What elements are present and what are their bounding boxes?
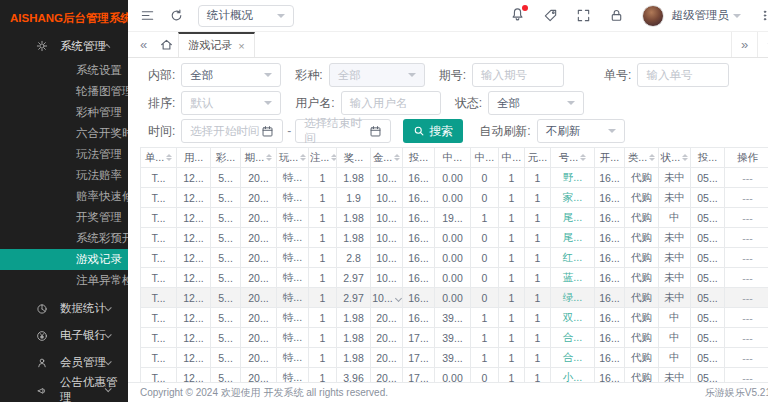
internal-select[interactable]: 全部 <box>181 63 281 87</box>
table-cell: 1 <box>309 328 337 348</box>
sidebar-item[interactable]: 玩法管理 <box>0 144 128 165</box>
column-header[interactable]: 期... <box>241 148 277 168</box>
sidebar-item[interactable]: 系统彩预开奖 <box>0 228 128 249</box>
tabs-scroll-right-button[interactable]: » <box>731 32 757 57</box>
table-cell: 16... <box>595 288 625 308</box>
table-row[interactable]: T...12...5...20...特...11.9820...17...39.… <box>141 348 768 368</box>
column-header[interactable]: 玩... <box>277 148 309 168</box>
table-cell: 39... <box>435 328 471 348</box>
table-cell: 16... <box>595 248 625 268</box>
fullscreen-icon[interactable] <box>576 8 591 23</box>
status-select[interactable]: 全部 <box>488 91 584 115</box>
table-cell[interactable]: 蓝... <box>551 268 595 288</box>
table-cell: 1.98 <box>337 348 371 368</box>
table-cell[interactable]: 双... <box>551 308 595 328</box>
table-cell[interactable]: 合... <box>551 328 595 348</box>
order-input[interactable]: 输入单号 <box>637 63 729 87</box>
table-cell[interactable]: 红... <box>551 248 595 268</box>
cell-dropdown-icon[interactable] <box>395 295 402 302</box>
table-cell: 5... <box>211 228 241 248</box>
column-header[interactable]: 号... <box>551 148 595 168</box>
sidebar-item[interactable]: 赔率快速修改 <box>0 186 128 207</box>
lottery-select[interactable]: 全部 <box>329 63 425 87</box>
table-row[interactable]: T...12...5...20...特...12.9710...16...0.0… <box>141 288 768 308</box>
sidebar-group-statistics[interactable]: 数据统计 <box>0 295 128 322</box>
issue-input[interactable]: 输入期号 <box>472 63 564 87</box>
table-row[interactable]: T...12...5...20...特...12.810...16...0.00… <box>141 248 768 268</box>
sidebar-item[interactable]: 注单异常检测 <box>0 270 128 291</box>
table-cell[interactable]: 合... <box>551 348 595 368</box>
sort-select[interactable]: 默认 <box>181 91 281 115</box>
sidebar-group-system[interactable]: 系统管理 <box>0 34 128 58</box>
sidebar-item[interactable]: 六合开奖时间管理 <box>0 123 128 144</box>
table-cell[interactable]: 绿... <box>551 288 595 308</box>
user-menu[interactable]: 超级管理员 <box>672 8 742 23</box>
table-cell: T... <box>141 188 177 208</box>
sidebar-item[interactable]: 玩法赔率 <box>0 165 128 186</box>
table-row[interactable]: T...12...5...20...特...11.9810...16...19.… <box>141 208 768 228</box>
end-time-input[interactable]: 选择结束时间 <box>295 119 391 143</box>
table-cell: 未中 <box>659 288 691 308</box>
sidebar-group-bank[interactable]: 电子银行 <box>0 322 128 349</box>
tab-close-icon[interactable]: × <box>238 40 244 52</box>
table-cell: 05... <box>691 268 725 288</box>
table-cell: 20... <box>241 368 277 383</box>
sidebar-item[interactable]: 轮播图管理 <box>0 81 128 102</box>
table-cell[interactable]: 尾... <box>551 228 595 248</box>
table-row[interactable]: T...12...5...20...特...11.9820...17...39.… <box>141 328 768 348</box>
table-row[interactable]: T...12...5...20...特...11.9810...16...0.0… <box>141 168 768 188</box>
table-cell: 16... <box>403 288 435 308</box>
search-button[interactable]: 搜索 <box>403 119 463 143</box>
tabs-menu-button[interactable] <box>757 32 768 57</box>
sidebar-item[interactable]: 系统设置 <box>0 60 128 81</box>
table-row[interactable]: T...12...5...20...特...13.9620...17...0.0… <box>141 368 768 383</box>
table-cell: T... <box>141 208 177 228</box>
time-separator: - <box>287 124 291 138</box>
username-input[interactable]: 输入用户名 <box>341 91 441 115</box>
column-header[interactable]: 状... <box>659 148 691 168</box>
column-header[interactable]: 金... <box>371 148 403 168</box>
table-row[interactable]: T...12...5...20...特...11.9810...16...0.0… <box>141 228 768 248</box>
nav-select[interactable]: 统计概况 <box>198 5 294 27</box>
table-cell: 1 <box>309 168 337 188</box>
table-cell[interactable]: 野... <box>551 168 595 188</box>
table-cell[interactable]: 小... <box>551 368 595 383</box>
tabs-scroll-left-button[interactable]: « <box>140 32 147 57</box>
column-header: 奖... <box>337 148 371 168</box>
table-cell[interactable]: 尾... <box>551 208 595 228</box>
table-cell: 1 <box>471 348 499 368</box>
table-cell[interactable]: 家... <box>551 188 595 208</box>
notifications-button[interactable] <box>510 7 525 25</box>
sidebar-group-members[interactable]: 会员管理 <box>0 349 128 376</box>
table-cell: 16... <box>595 208 625 228</box>
column-header[interactable]: 注... <box>309 148 337 168</box>
avatar[interactable] <box>642 5 664 27</box>
table-cell: 代购 <box>625 368 659 383</box>
table-row[interactable]: T...12...5...20...特...11.910...16...0.00… <box>141 188 768 208</box>
home-icon[interactable] <box>159 37 174 52</box>
table-cell: 代购 <box>625 208 659 228</box>
column-header[interactable]: 单... <box>141 148 177 168</box>
table-cell: 16... <box>595 308 625 328</box>
start-time-input[interactable]: 选择开始时间 <box>181 119 283 143</box>
column-header[interactable]: 类... <box>625 148 659 168</box>
auto-refresh-select[interactable]: 不刷新 <box>537 119 625 143</box>
table-cell: 5... <box>211 208 241 228</box>
sidebar-item[interactable]: 彩种管理 <box>0 102 128 123</box>
collapse-menu-icon[interactable] <box>140 8 155 23</box>
sidebar-item[interactable]: 游戏记录 <box>0 249 128 270</box>
column-header: 投... <box>691 148 725 168</box>
sidebar-group-promo[interactable]: 公告优惠管理 <box>0 376 128 402</box>
more-options-icon[interactable] <box>759 8 768 23</box>
table-row[interactable]: T...12...5...20...特...12.9710...16...0.0… <box>141 268 768 288</box>
refresh-icon[interactable] <box>169 8 184 23</box>
sidebar-group-label: 电子银行 <box>60 328 106 343</box>
table-cell: 20... <box>371 328 403 348</box>
table-cell: 16... <box>595 228 625 248</box>
table-cell: 2.97 <box>337 268 371 288</box>
tag-icon[interactable] <box>543 8 558 23</box>
lock-icon[interactable] <box>609 8 624 23</box>
sidebar-item[interactable]: 开奖管理 <box>0 207 128 228</box>
table-row[interactable]: T...12...5...20...特...11.9820...16...39.… <box>141 308 768 328</box>
tab-game-records[interactable]: 游戏记录 × <box>178 32 254 57</box>
